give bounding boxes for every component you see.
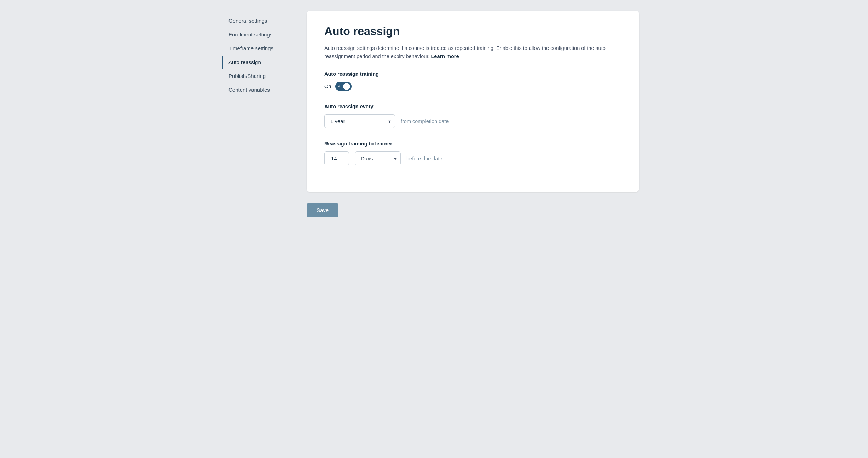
auto-reassign-training-label: Auto reassign training: [324, 71, 621, 77]
sidebar-item-enrolment-settings[interactable]: Enrolment settings: [222, 28, 300, 41]
learn-more-link[interactable]: Learn more: [431, 53, 459, 59]
auto-reassign-every-section: Auto reassign every 1 year 6 months 3 mo…: [324, 104, 621, 128]
before-due-date-text: before due date: [406, 156, 442, 161]
description-text: Auto reassign settings determine if a co…: [324, 45, 606, 59]
toggle-slider: ✓: [335, 82, 352, 91]
year-select[interactable]: 1 year 6 months 3 months 1 month: [324, 114, 395, 128]
sidebar-item-auto-reassign[interactable]: Auto reassign: [222, 56, 300, 69]
settings-card: Auto reassign Auto reassign settings det…: [307, 11, 639, 192]
auto-reassign-training-section: Auto reassign training On ✓: [324, 71, 621, 91]
sidebar: General settings Enrolment settings Time…: [222, 11, 300, 217]
description: Auto reassign settings determine if a co…: [324, 44, 614, 61]
auto-reassign-every-label: Auto reassign every: [324, 104, 621, 109]
from-completion-date-text: from completion date: [401, 119, 449, 124]
sidebar-item-timeframe-settings[interactable]: Timeframe settings: [222, 42, 300, 55]
days-number-input[interactable]: [324, 151, 349, 165]
sidebar-item-content-variables[interactable]: Content variables: [222, 83, 300, 96]
toggle-on-label: On: [324, 84, 331, 89]
year-select-wrapper: 1 year 6 months 3 months 1 month ▾: [324, 114, 395, 128]
auto-reassign-toggle[interactable]: ✓: [335, 82, 352, 91]
reassign-training-label: Reassign training to learner: [324, 141, 621, 147]
toggle-checkmark-icon: ✓: [337, 84, 341, 89]
reassign-every-field-row: 1 year 6 months 3 months 1 month ▾ from …: [324, 114, 621, 128]
toggle-row: On ✓: [324, 82, 621, 91]
page-title: Auto reassign: [324, 25, 621, 38]
days-select[interactable]: Days Weeks Months: [355, 151, 401, 165]
save-section: Save: [307, 203, 639, 217]
reassign-training-section: Reassign training to learner Days Weeks …: [324, 141, 621, 165]
reassign-training-field-row: Days Weeks Months ▾ before due date: [324, 151, 621, 165]
sidebar-item-publish-sharing[interactable]: Publish/Sharing: [222, 69, 300, 82]
save-button[interactable]: Save: [307, 203, 338, 217]
sidebar-item-general-settings[interactable]: General settings: [222, 14, 300, 27]
main-content: Auto reassign Auto reassign settings det…: [300, 11, 646, 217]
days-select-wrapper: Days Weeks Months ▾: [355, 151, 401, 165]
